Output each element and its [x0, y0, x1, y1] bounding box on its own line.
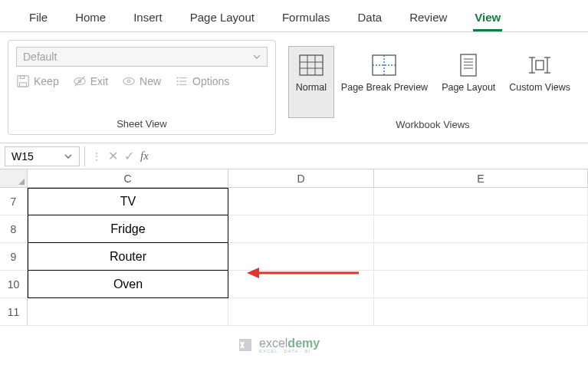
page-break-preview-button[interactable]: Page Break Preview [334, 46, 435, 118]
list-icon [175, 74, 189, 88]
tab-insert[interactable]: Insert [120, 6, 176, 31]
row-header[interactable]: 10 [0, 271, 28, 298]
chevron-down-icon [64, 152, 73, 161]
page-layout-button[interactable]: Page Layout [435, 46, 502, 118]
svg-point-10 [177, 80, 179, 82]
arrow-left-icon [245, 264, 360, 281]
tab-page-layout[interactable]: Page Layout [176, 6, 268, 31]
group-workbook-views: Normal Page Break Preview Page Layout Cu… [281, 40, 585, 135]
row-header[interactable]: 11 [0, 298, 28, 326]
svg-point-8 [177, 77, 179, 78]
svg-rect-14 [300, 55, 323, 75]
name-box[interactable]: W15 [5, 146, 80, 166]
options-button[interactable]: Options [175, 74, 229, 88]
row-11: 11 [0, 298, 588, 326]
sheet-view-dropdown[interactable]: Default [16, 47, 268, 67]
cell-e8[interactable] [374, 215, 588, 243]
formula-bar-buttons: ⋮ ✕ ✓ fx [84, 146, 155, 166]
row-8: 8 Fridge [0, 215, 588, 243]
svg-rect-33 [536, 61, 544, 70]
tab-view[interactable]: View [461, 6, 514, 31]
exit-button[interactable]: Exit [73, 74, 108, 88]
ribbon-tabs: File Home Insert Page Layout Formulas Da… [0, 0, 588, 32]
eye-slash-icon [73, 74, 87, 88]
dots-icon: ⋮ [91, 150, 102, 163]
svg-point-7 [127, 80, 130, 83]
select-all-corner[interactable] [0, 169, 28, 187]
svg-point-12 [177, 84, 179, 85]
enter-icon[interactable]: ✓ [124, 149, 134, 163]
group-label-sheet-view: Sheet View [16, 118, 268, 131]
col-header-e[interactable]: E [374, 169, 588, 187]
watermark: exceldemy EXCEL · DATA · BI [236, 336, 320, 354]
svg-rect-2 [20, 76, 24, 79]
formula-input[interactable] [155, 146, 583, 166]
cell-d11[interactable] [228, 298, 374, 326]
row-header[interactable]: 9 [0, 243, 28, 271]
group-sheet-view: Default Keep Exit New Options Sheet View [8, 40, 276, 135]
formula-bar: W15 ⋮ ✕ ✓ fx [0, 143, 588, 169]
new-button[interactable]: New [122, 74, 161, 88]
watermark-icon [236, 336, 255, 354]
cell-c8[interactable]: Fridge [28, 215, 228, 243]
custom-views-icon [526, 51, 554, 79]
normal-view-icon [297, 51, 325, 79]
cell-e11[interactable] [374, 298, 588, 326]
col-header-d[interactable]: D [228, 169, 374, 187]
name-box-value: W15 [11, 150, 34, 163]
tab-home[interactable]: Home [61, 6, 120, 31]
sheet-view-dropdown-label: Default [23, 51, 57, 63]
svg-rect-1 [20, 83, 27, 87]
cancel-icon[interactable]: ✕ [108, 149, 118, 163]
tab-data[interactable]: Data [343, 6, 396, 31]
ribbon: Default Keep Exit New Options Sheet View [0, 32, 588, 143]
eye-icon [122, 74, 136, 88]
keep-button[interactable]: Keep [16, 74, 59, 88]
cell-c9[interactable]: Router [28, 243, 228, 271]
tab-file[interactable]: File [15, 6, 61, 31]
worksheet: C D E 7 TV 8 Fridge 9 Router 10 Oven 11 [0, 169, 588, 326]
cell-e10[interactable] [374, 271, 588, 298]
row-7: 7 TV [0, 188, 588, 215]
fx-icon[interactable]: fx [140, 150, 149, 163]
annotation-arrow [245, 264, 360, 281]
group-label-workbook-views: Workbook Views [288, 119, 577, 132]
page-break-icon [370, 51, 398, 79]
page-layout-icon [455, 51, 482, 79]
normal-view-button[interactable]: Normal [288, 46, 334, 118]
row-header[interactable]: 8 [0, 215, 28, 243]
tab-review[interactable]: Review [396, 6, 461, 31]
cell-c10[interactable]: Oven [28, 271, 228, 298]
cell-d7[interactable] [228, 188, 374, 215]
cell-c7[interactable]: TV [28, 188, 228, 215]
cell-e9[interactable] [374, 243, 588, 271]
svg-marker-35 [247, 268, 259, 278]
custom-views-button[interactable]: Custom Views [502, 46, 577, 118]
save-icon [16, 74, 30, 88]
cell-e7[interactable] [374, 188, 588, 215]
svg-point-6 [123, 78, 134, 85]
chevron-down-icon [253, 53, 261, 61]
col-header-c[interactable]: C [28, 169, 228, 187]
cell-d8[interactable] [228, 215, 374, 243]
tab-formulas[interactable]: Formulas [268, 6, 344, 31]
row-header[interactable]: 7 [0, 188, 28, 215]
cell-c11[interactable] [28, 298, 228, 326]
